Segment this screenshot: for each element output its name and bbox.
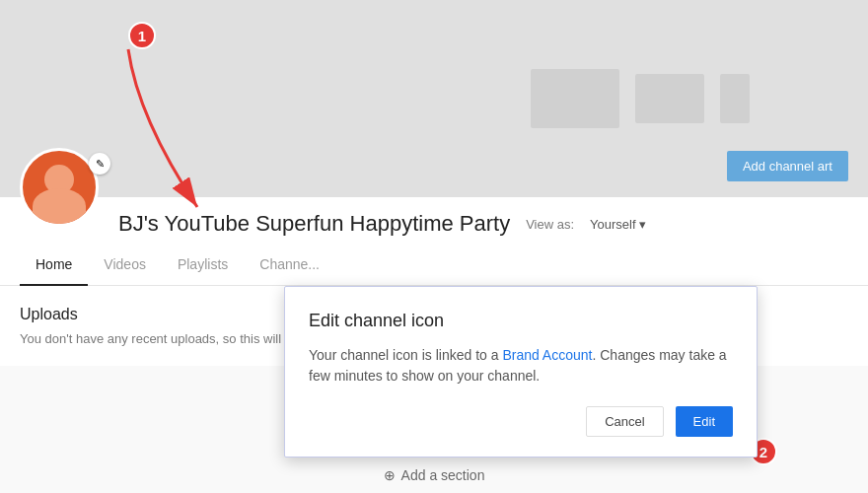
add-section-bar[interactable]: ⊕ Add a section xyxy=(384,467,485,483)
modal-title: Edit channel icon xyxy=(309,311,733,331)
channel-tabs: Home Videos Playlists Channe... xyxy=(0,245,868,286)
modal-body: Your channel icon is linked to a Brand A… xyxy=(309,345,733,387)
channel-name: BJ's YouTube Superfun Happytime Party xyxy=(118,211,510,237)
view-as-value[interactable]: Yourself ▾ xyxy=(590,217,646,232)
channel-name-row: BJ's YouTube Superfun Happytime Party Vi… xyxy=(0,197,868,245)
art-placeholders xyxy=(531,69,750,128)
avatar-body xyxy=(33,188,86,224)
tab-channel[interactable]: Channe... xyxy=(244,245,335,286)
add-section-icon: ⊕ xyxy=(384,467,396,483)
tab-home[interactable]: Home xyxy=(20,245,88,286)
view-as-label: View as: xyxy=(526,217,574,232)
edit-avatar-pencil[interactable]: ✎ xyxy=(89,153,110,175)
avatar[interactable] xyxy=(20,148,99,227)
art-placeholder-large xyxy=(531,69,619,128)
modal-actions: Cancel Edit xyxy=(309,406,733,437)
art-placeholder-medium xyxy=(635,74,704,123)
tab-videos[interactable]: Videos xyxy=(88,245,162,286)
modal-body-text-1: Your channel icon is linked to a xyxy=(309,347,502,363)
cancel-button[interactable]: Cancel xyxy=(586,406,663,437)
add-section-label: Add a section xyxy=(401,467,485,483)
brand-account-link[interactable]: Brand Account xyxy=(502,347,592,363)
edit-channel-icon-modal: Edit channel icon Your channel icon is l… xyxy=(284,286,758,458)
avatar-figure xyxy=(23,151,96,224)
add-channel-art-button[interactable]: Add channel art xyxy=(727,151,848,181)
art-placeholder-small xyxy=(720,74,750,123)
pencil-icon: ✎ xyxy=(96,158,105,171)
edit-button[interactable]: Edit xyxy=(676,406,733,437)
annotation-badge-1: 1 xyxy=(128,22,156,49)
tab-playlists[interactable]: Playlists xyxy=(162,245,244,286)
